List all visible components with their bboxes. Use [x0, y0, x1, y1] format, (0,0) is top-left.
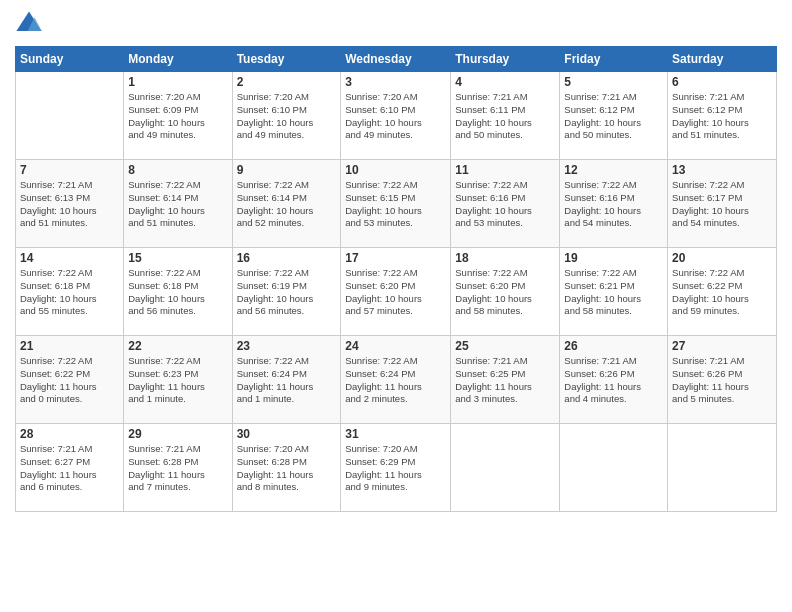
day-info: Sunrise: 7:20 AM Sunset: 6:28 PM Dayligh… — [237, 443, 337, 494]
day-of-week-header: Wednesday — [341, 47, 451, 72]
calendar-cell: 19Sunrise: 7:22 AM Sunset: 6:21 PM Dayli… — [560, 248, 668, 336]
day-number: 17 — [345, 251, 446, 265]
day-number: 25 — [455, 339, 555, 353]
day-header-row: SundayMondayTuesdayWednesdayThursdayFrid… — [16, 47, 777, 72]
day-info: Sunrise: 7:22 AM Sunset: 6:20 PM Dayligh… — [345, 267, 446, 318]
day-info: Sunrise: 7:22 AM Sunset: 6:14 PM Dayligh… — [237, 179, 337, 230]
calendar-cell: 15Sunrise: 7:22 AM Sunset: 6:18 PM Dayli… — [124, 248, 232, 336]
day-number: 2 — [237, 75, 337, 89]
page: SundayMondayTuesdayWednesdayThursdayFrid… — [0, 0, 792, 612]
calendar-week-row: 14Sunrise: 7:22 AM Sunset: 6:18 PM Dayli… — [16, 248, 777, 336]
day-number: 20 — [672, 251, 772, 265]
day-number: 18 — [455, 251, 555, 265]
day-number: 14 — [20, 251, 119, 265]
day-info: Sunrise: 7:22 AM Sunset: 6:24 PM Dayligh… — [237, 355, 337, 406]
day-number: 27 — [672, 339, 772, 353]
calendar-week-row: 7Sunrise: 7:21 AM Sunset: 6:13 PM Daylig… — [16, 160, 777, 248]
day-number: 3 — [345, 75, 446, 89]
calendar-cell: 12Sunrise: 7:22 AM Sunset: 6:16 PM Dayli… — [560, 160, 668, 248]
day-number: 15 — [128, 251, 227, 265]
calendar-cell: 21Sunrise: 7:22 AM Sunset: 6:22 PM Dayli… — [16, 336, 124, 424]
day-info: Sunrise: 7:20 AM Sunset: 6:09 PM Dayligh… — [128, 91, 227, 142]
day-number: 16 — [237, 251, 337, 265]
day-info: Sunrise: 7:22 AM Sunset: 6:17 PM Dayligh… — [672, 179, 772, 230]
day-info: Sunrise: 7:22 AM Sunset: 6:23 PM Dayligh… — [128, 355, 227, 406]
calendar-cell: 28Sunrise: 7:21 AM Sunset: 6:27 PM Dayli… — [16, 424, 124, 512]
day-number: 22 — [128, 339, 227, 353]
calendar-cell: 7Sunrise: 7:21 AM Sunset: 6:13 PM Daylig… — [16, 160, 124, 248]
header — [15, 10, 777, 38]
day-info: Sunrise: 7:21 AM Sunset: 6:27 PM Dayligh… — [20, 443, 119, 494]
day-info: Sunrise: 7:22 AM Sunset: 6:20 PM Dayligh… — [455, 267, 555, 318]
calendar-cell: 3Sunrise: 7:20 AM Sunset: 6:10 PM Daylig… — [341, 72, 451, 160]
day-number: 24 — [345, 339, 446, 353]
day-info: Sunrise: 7:22 AM Sunset: 6:22 PM Dayligh… — [672, 267, 772, 318]
day-number: 12 — [564, 163, 663, 177]
calendar-cell — [668, 424, 777, 512]
day-number: 8 — [128, 163, 227, 177]
day-of-week-header: Friday — [560, 47, 668, 72]
day-number: 11 — [455, 163, 555, 177]
day-number: 30 — [237, 427, 337, 441]
day-info: Sunrise: 7:20 AM Sunset: 6:10 PM Dayligh… — [237, 91, 337, 142]
day-info: Sunrise: 7:22 AM Sunset: 6:18 PM Dayligh… — [20, 267, 119, 318]
day-info: Sunrise: 7:21 AM Sunset: 6:26 PM Dayligh… — [564, 355, 663, 406]
day-of-week-header: Sunday — [16, 47, 124, 72]
day-number: 29 — [128, 427, 227, 441]
day-number: 19 — [564, 251, 663, 265]
day-info: Sunrise: 7:22 AM Sunset: 6:19 PM Dayligh… — [237, 267, 337, 318]
day-info: Sunrise: 7:20 AM Sunset: 6:10 PM Dayligh… — [345, 91, 446, 142]
day-number: 26 — [564, 339, 663, 353]
day-number: 10 — [345, 163, 446, 177]
calendar-cell: 14Sunrise: 7:22 AM Sunset: 6:18 PM Dayli… — [16, 248, 124, 336]
day-info: Sunrise: 7:21 AM Sunset: 6:26 PM Dayligh… — [672, 355, 772, 406]
day-of-week-header: Thursday — [451, 47, 560, 72]
day-info: Sunrise: 7:21 AM Sunset: 6:13 PM Dayligh… — [20, 179, 119, 230]
calendar-cell: 1Sunrise: 7:20 AM Sunset: 6:09 PM Daylig… — [124, 72, 232, 160]
day-of-week-header: Saturday — [668, 47, 777, 72]
day-info: Sunrise: 7:21 AM Sunset: 6:12 PM Dayligh… — [564, 91, 663, 142]
day-number: 28 — [20, 427, 119, 441]
day-info: Sunrise: 7:21 AM Sunset: 6:25 PM Dayligh… — [455, 355, 555, 406]
calendar-cell: 18Sunrise: 7:22 AM Sunset: 6:20 PM Dayli… — [451, 248, 560, 336]
calendar-week-row: 28Sunrise: 7:21 AM Sunset: 6:27 PM Dayli… — [16, 424, 777, 512]
day-number: 31 — [345, 427, 446, 441]
logo — [15, 10, 47, 38]
day-number: 1 — [128, 75, 227, 89]
calendar-cell: 10Sunrise: 7:22 AM Sunset: 6:15 PM Dayli… — [341, 160, 451, 248]
calendar-cell: 30Sunrise: 7:20 AM Sunset: 6:28 PM Dayli… — [232, 424, 341, 512]
calendar-cell: 22Sunrise: 7:22 AM Sunset: 6:23 PM Dayli… — [124, 336, 232, 424]
calendar-cell: 26Sunrise: 7:21 AM Sunset: 6:26 PM Dayli… — [560, 336, 668, 424]
day-number: 7 — [20, 163, 119, 177]
day-number: 6 — [672, 75, 772, 89]
calendar-cell: 2Sunrise: 7:20 AM Sunset: 6:10 PM Daylig… — [232, 72, 341, 160]
calendar-cell: 13Sunrise: 7:22 AM Sunset: 6:17 PM Dayli… — [668, 160, 777, 248]
logo-icon — [15, 10, 43, 38]
day-info: Sunrise: 7:20 AM Sunset: 6:29 PM Dayligh… — [345, 443, 446, 494]
calendar-week-row: 1Sunrise: 7:20 AM Sunset: 6:09 PM Daylig… — [16, 72, 777, 160]
calendar-cell: 17Sunrise: 7:22 AM Sunset: 6:20 PM Dayli… — [341, 248, 451, 336]
day-info: Sunrise: 7:22 AM Sunset: 6:24 PM Dayligh… — [345, 355, 446, 406]
calendar-cell: 23Sunrise: 7:22 AM Sunset: 6:24 PM Dayli… — [232, 336, 341, 424]
day-number: 4 — [455, 75, 555, 89]
calendar-cell: 20Sunrise: 7:22 AM Sunset: 6:22 PM Dayli… — [668, 248, 777, 336]
day-info: Sunrise: 7:22 AM Sunset: 6:15 PM Dayligh… — [345, 179, 446, 230]
calendar-cell: 16Sunrise: 7:22 AM Sunset: 6:19 PM Dayli… — [232, 248, 341, 336]
day-info: Sunrise: 7:22 AM Sunset: 6:22 PM Dayligh… — [20, 355, 119, 406]
day-info: Sunrise: 7:22 AM Sunset: 6:16 PM Dayligh… — [564, 179, 663, 230]
day-info: Sunrise: 7:21 AM Sunset: 6:11 PM Dayligh… — [455, 91, 555, 142]
calendar-cell: 29Sunrise: 7:21 AM Sunset: 6:28 PM Dayli… — [124, 424, 232, 512]
day-info: Sunrise: 7:22 AM Sunset: 6:18 PM Dayligh… — [128, 267, 227, 318]
calendar-cell: 31Sunrise: 7:20 AM Sunset: 6:29 PM Dayli… — [341, 424, 451, 512]
day-info: Sunrise: 7:22 AM Sunset: 6:21 PM Dayligh… — [564, 267, 663, 318]
day-number: 21 — [20, 339, 119, 353]
day-info: Sunrise: 7:21 AM Sunset: 6:28 PM Dayligh… — [128, 443, 227, 494]
calendar-cell: 11Sunrise: 7:22 AM Sunset: 6:16 PM Dayli… — [451, 160, 560, 248]
calendar-cell — [451, 424, 560, 512]
calendar-cell — [16, 72, 124, 160]
day-number: 9 — [237, 163, 337, 177]
calendar-cell: 8Sunrise: 7:22 AM Sunset: 6:14 PM Daylig… — [124, 160, 232, 248]
day-number: 5 — [564, 75, 663, 89]
calendar-table: SundayMondayTuesdayWednesdayThursdayFrid… — [15, 46, 777, 512]
day-info: Sunrise: 7:22 AM Sunset: 6:14 PM Dayligh… — [128, 179, 227, 230]
